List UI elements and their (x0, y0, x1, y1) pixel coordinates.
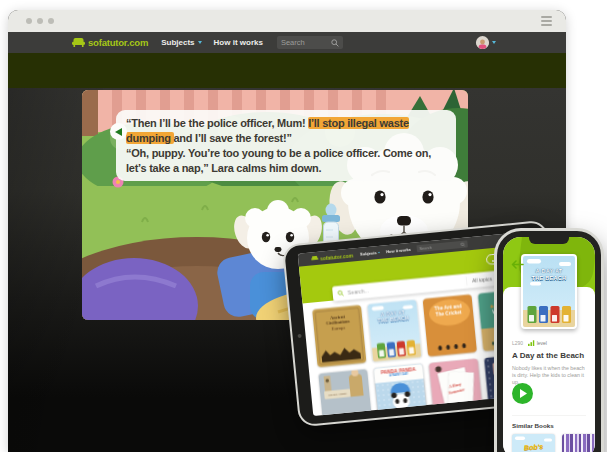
level-indicator: level (528, 340, 547, 346)
nav-how-it-works[interactable]: How it works (214, 38, 263, 47)
sofatutor-logo[interactable]: sofatutor.com (72, 37, 148, 48)
search-icon (331, 39, 339, 47)
detective-art (349, 374, 364, 397)
phone-screen: A DAY ATTHE BEACH L290 (503, 237, 595, 452)
main-navbar: sofatutor.com Subjects How it works Sear… (8, 32, 566, 53)
minimize-button[interactable] (37, 18, 43, 24)
search-icon (337, 290, 344, 297)
sofa-icon (72, 38, 85, 47)
sofa-icon (311, 256, 318, 262)
play-button[interactable] (512, 383, 533, 404)
book-cover-a-day-at-the-beach[interactable]: A DAY ATTHE BEACH (367, 300, 421, 362)
book-cover-a-scandal-in-bohemia[interactable]: Sherlock Holmes A Scandalin Bohemia (318, 369, 372, 416)
silhouette-art (321, 344, 361, 363)
similar-books-row: Bob's (512, 434, 595, 452)
recycling-bins-art (523, 306, 575, 323)
story-caption: “Then I’ll be the police officer, Mum! I… (116, 110, 456, 181)
header-band (8, 53, 566, 88)
book-cover-a-busy-semester[interactable]: A BusySemester (429, 358, 483, 416)
nav-subjects[interactable]: Subjects (161, 38, 201, 47)
search-input[interactable]: Search (277, 36, 343, 49)
similar-books-heading: Similar Books (512, 422, 554, 429)
panda-face-art (392, 393, 410, 410)
phone-mockup: A DAY ATTHE BEACH L290 (497, 231, 601, 452)
chevron-down-icon (378, 252, 380, 254)
window-controls (26, 18, 54, 24)
divider (466, 277, 467, 286)
chevron-down-icon (198, 41, 202, 44)
caption-line-4: let’s take a nap,” Lara calms him down. (126, 161, 446, 176)
audio-play-icon[interactable] (110, 123, 127, 140)
book-cover-card[interactable]: A DAY ATTHE BEACH (521, 254, 577, 329)
account-menu[interactable] (476, 36, 496, 49)
nav-subjects[interactable]: Subjects (360, 250, 381, 256)
ants-art (427, 342, 476, 352)
caption-line-1: “Then I’ll be the police officer, Mum! I… (126, 116, 446, 131)
book-cover-a-day-at-the-beach: A DAY ATTHE BEACH (523, 256, 575, 327)
level-bars-icon (528, 340, 535, 346)
logo-text[interactable]: sofatutor.com (320, 252, 353, 261)
caption-line-3: “Oh, puppy. You’re too young to be a pol… (126, 146, 446, 161)
tablet-camera (297, 333, 301, 337)
browser-menu-icon[interactable] (541, 16, 552, 26)
close-button[interactable] (26, 18, 32, 24)
level-code: L290 (512, 340, 523, 346)
maximize-button[interactable] (48, 18, 54, 24)
caption-line-2: dumping and I’ll save the forest!” (126, 131, 446, 146)
book-cover-the-ant-and-the-cricket[interactable]: The Ant andThe Cricket (423, 294, 477, 356)
book-cover-bobs[interactable]: Bob's (512, 434, 555, 452)
highlighted-text: dumping (126, 132, 174, 144)
browser-chrome-bar (8, 10, 566, 32)
topics-filter[interactable]: All topics (472, 276, 492, 283)
avatar (476, 36, 489, 49)
book-meta-row: L290 level (512, 340, 586, 346)
chevron-down-icon (492, 41, 496, 44)
nav-how-it-works[interactable]: How it works (386, 247, 411, 254)
highlighted-text: I’ll stop illegal waste (308, 117, 409, 129)
divider (512, 415, 586, 416)
back-arrow-icon[interactable] (511, 260, 524, 269)
book-cover-ancient-civilisations[interactable]: Ancient Civilisations Europe (312, 305, 366, 367)
book-title: A Day at the Beach (512, 351, 584, 360)
search-icon (460, 242, 465, 247)
logo-text: sofatutor.com (88, 37, 148, 48)
screenshot-stage: sofatutor.com Subjects How it works Sear… (0, 0, 607, 452)
book-cover-birch[interactable] (562, 434, 595, 452)
phone-notch (529, 237, 569, 244)
book-cover-panda-panda[interactable]: PANDA PANDAA RAINY DAY (374, 364, 428, 416)
